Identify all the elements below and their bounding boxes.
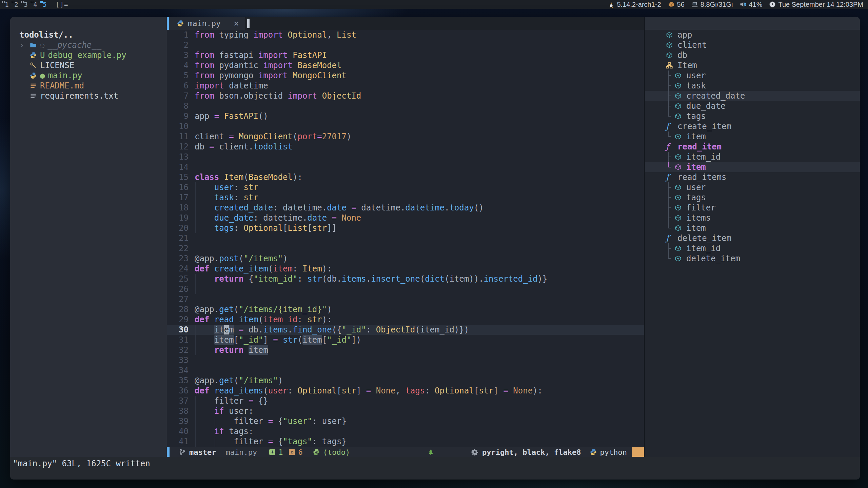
code-line-10[interactable]: 10 [167,121,644,131]
code-area[interactable]: 1from typing import Optional, List23from… [167,30,644,447]
code-line-35[interactable]: 35@app.get("/items") [167,375,644,386]
symbol-delete_item[interactable]: delete_item [645,253,860,264]
symbol-item[interactable]: item [645,162,860,172]
symbol-item_id[interactable]: item_id [645,243,860,253]
close-icon[interactable]: × [234,18,239,28]
code-line-1[interactable]: 1from typing import Optional, List [167,30,644,40]
symbol-Item[interactable]: Item [645,60,860,70]
code-line-8[interactable]: 8 [167,101,644,111]
code-line-7[interactable]: 7from bson.objectid import ObjectId [167,91,644,101]
tab-main-py[interactable]: main.py × [169,17,245,30]
symbol-user[interactable]: user [645,70,860,81]
symbol-create_item[interactable]: ƒcreate_item [645,121,860,131]
file-item--pycache-[interactable]: ›◌__pycache__ [10,40,167,50]
code-line-30[interactable]: 30 item = db.items.find_one({"_id": Obje… [167,325,644,335]
symbol-read_item[interactable]: ƒread_item [645,142,860,152]
code-line-16[interactable]: 16 user: str [167,182,644,192]
symbol-item[interactable]: item [645,131,860,142]
symbol-app[interactable]: app [645,30,860,40]
code-line-37[interactable]: 37 filter = {} [167,396,644,406]
code-line-4[interactable]: 4from pydantic import BaseModel [167,60,644,70]
code-line-26[interactable]: 26 [167,284,644,294]
code-text [195,40,644,50]
file-item-requirements-txt[interactable]: requirements.txt [10,91,167,101]
code-line-19[interactable]: 19 due_date: datetime.date = None [167,213,644,223]
code-line-18[interactable]: 18 created_date: datetime.date = datetim… [167,203,644,213]
code-line-23[interactable]: 23@app.post("/items") [167,253,644,264]
code-line-21[interactable]: 21 [167,233,644,243]
code-line-2[interactable]: 2 [167,40,644,50]
code-line-17[interactable]: 17 task: str [167,192,644,203]
symbol-delete_item[interactable]: ƒdelete_item [645,233,860,243]
package-icon [668,1,675,8]
code-line-13[interactable]: 13 [167,152,644,162]
code-line-27[interactable]: 27 [167,294,644,304]
workspace-1[interactable]: 1 [2,0,12,9]
code-line-32[interactable]: 32 return item [167,345,644,355]
file-item-license[interactable]: LICENSE [10,60,167,70]
symbol-name: due_date [686,101,726,111]
code-line-36[interactable]: 36def read_items(user: Optional[str] = N… [167,386,644,396]
code-line-15[interactable]: 15class Item(BaseModel): [167,172,644,182]
code-line-33[interactable]: 33 [167,355,644,365]
symbol-items[interactable]: items [645,213,860,223]
symbol-user[interactable]: user [645,182,860,192]
file-item-readme-md[interactable]: README.md [10,81,167,91]
code-text [195,284,644,294]
symbol-tags[interactable]: tags [645,111,860,121]
file-item-debug-example-py[interactable]: Udebug_example.py [10,50,167,60]
symbol-read_items[interactable]: ƒread_items [645,172,860,182]
symbol-name: filter [686,203,716,212]
symbol-due_date[interactable]: due_date [645,101,860,111]
symbol-item_id[interactable]: item_id [645,152,860,162]
symbol-client[interactable]: client [645,40,860,50]
code-text: filter = {} [195,396,644,406]
memory-icon [691,1,698,8]
cube-icon [675,245,682,252]
workspace-3[interactable]: 3 [21,0,31,9]
line-number: 12 [167,142,195,152]
code-line-28[interactable]: 28@app.get("/items/{item_id}") [167,304,644,314]
workspace-5[interactable]: 5 [40,0,50,9]
file-item-main-py[interactable]: ●main.py [10,70,167,81]
code-line-11[interactable]: 11client = MongoClient(port=27017) [167,131,644,142]
cube-icon [675,93,682,99]
line-number: 30 [167,325,195,335]
code-line-34[interactable]: 34 [167,365,644,375]
markdown-icon [30,82,37,89]
code-line-5[interactable]: 5from pymongo import MongoClient [167,70,644,81]
symbol-item[interactable]: item [645,223,860,233]
code-line-38[interactable]: 38 if user: [167,406,644,416]
file-name: main.py [48,71,82,80]
code-line-25[interactable]: 25 return {"item_id": str(db.items.inser… [167,274,644,284]
workspace-2[interactable]: 2 [12,0,21,9]
system-status-text: 5.14.2-arch1-2 [617,1,661,8]
explorer-root-folder[interactable]: todolist/.. [10,30,167,40]
code-text: filter = {"tags": tags} [195,436,644,447]
symbol-task[interactable]: task [645,81,860,91]
code-line-3[interactable]: 3from fastapi import FastAPI [167,50,644,60]
penguin-icon [608,1,615,8]
code-line-39[interactable]: 39 filter = {"user": user} [167,416,644,426]
symbol-tags[interactable]: tags [645,192,860,203]
workspace-4[interactable]: 4 [31,0,40,9]
symbol-db[interactable]: db [645,50,860,60]
symbol-filter[interactable]: filter [645,203,860,213]
code-line-12[interactable]: 12db = client.todolist [167,142,644,152]
code-line-20[interactable]: 20 tags: Optional[List[str]] [167,223,644,233]
code-line-24[interactable]: 24def create_item(item: Item): [167,264,644,274]
code-line-22[interactable]: 22 [167,243,644,253]
code-text: client = MongoClient(port=27017) [195,131,644,142]
symbol-created_date[interactable]: created_date [645,91,860,101]
code-line-6[interactable]: 6import datetime [167,81,644,91]
system-status-package: 56 [668,1,685,8]
code-line-40[interactable]: 40 if tags: [167,426,644,436]
code-line-9[interactable]: 9app = FastAPI() [167,111,644,121]
gear-icon [471,449,478,455]
line-number: 31 [167,335,195,345]
code-line-41[interactable]: 41 filter = {"tags": tags} [167,436,644,447]
code-line-14[interactable]: 14 [167,162,644,172]
code-line-29[interactable]: 29def read_item(item_id: str): [167,314,644,325]
file-name: debug_example.py [48,50,126,60]
code-line-31[interactable]: 31 item["_id"] = str(item["_id"]) [167,335,644,345]
